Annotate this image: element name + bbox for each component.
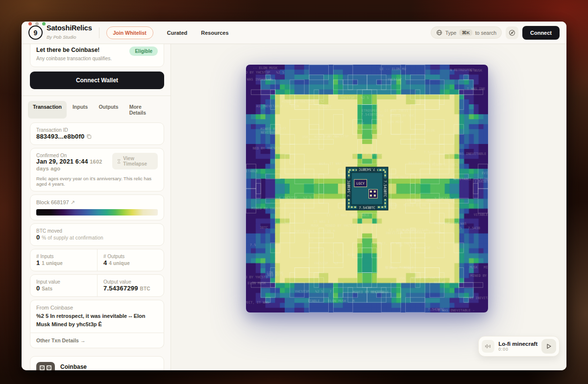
inputs-count-value: 1 1 unique xyxy=(36,259,91,266)
transaction-id-value: 883493...e8b0f0 xyxy=(36,133,158,140)
waveform-icon xyxy=(482,340,494,353)
inputs-unique: 1 unique xyxy=(42,261,63,266)
join-whitelist-button[interactable]: Join Whitelist xyxy=(106,26,153,39)
browser-window: 9 SatoshiRelics By Pob Studio Join White… xyxy=(22,22,566,370)
block-gradient-bar xyxy=(36,209,158,216)
music-player: Lo-fi minecraft 0:00 xyxy=(478,336,560,357)
inputs-count-label: # Inputs xyxy=(36,254,91,259)
tab-more-details[interactable]: More Details xyxy=(124,101,164,119)
coinbase-message: %2 5 In retrospect, it was inevitable --… xyxy=(36,312,158,328)
track-title: Lo-fi minecraft xyxy=(498,341,538,347)
app-header: 9 SatoshiRelics By Pob Studio Join White… xyxy=(22,22,566,44)
notifications-off-icon xyxy=(509,29,515,36)
copy-icon[interactable] xyxy=(86,134,92,139)
window-controls xyxy=(28,22,46,25)
from-coinbase-label: From Coinbase xyxy=(36,305,158,311)
btc-moved-unit: % of supply at confirmation xyxy=(42,235,103,240)
eligibility-card: Let there be Coinbase! Any coinbase tran… xyxy=(30,44,164,67)
brand-block[interactable]: SatoshiRelics By Pob Studio xyxy=(47,24,92,40)
notifications-off-button[interactable] xyxy=(506,26,518,39)
search-globe-icon xyxy=(436,29,442,36)
window-minimize-button[interactable] xyxy=(35,22,39,25)
eligible-badge: Eligible xyxy=(129,47,158,56)
play-button[interactable] xyxy=(541,339,556,354)
eligibility-title: Let there be Coinbase! xyxy=(36,47,112,53)
trait-coinbase[interactable]: Coinbase Coinbase transaction xyxy=(30,357,164,370)
window-close-button[interactable] xyxy=(28,22,32,25)
outputs-count-value: 4 4 unique xyxy=(103,259,158,266)
search-prefix: Type xyxy=(445,30,457,36)
detail-tabs: Transaction Inputs Outputs More Details xyxy=(28,101,164,119)
tab-inputs[interactable]: Inputs xyxy=(68,101,93,119)
confirmed-label: Confirmed On xyxy=(36,153,112,158)
transaction-id-label: Transaction ID xyxy=(36,127,158,133)
output-value: 7.54367299 BTC xyxy=(103,285,158,292)
outputs-count-label: # Outputs xyxy=(103,254,158,259)
search-suffix: to search xyxy=(475,30,496,36)
brand-logo-icon[interactable]: 9 xyxy=(28,25,43,40)
btc-moved-label: BTC moved xyxy=(36,228,158,234)
btc-moved-value: 0 % of supply at confirmation xyxy=(36,234,158,241)
nav-resources[interactable]: Resources xyxy=(201,30,228,36)
confirmed-date: Jan 29, 2021 6:44 1602 days ago xyxy=(36,158,112,172)
search-input[interactable]: Type ⌘K to search xyxy=(431,26,502,39)
relic-artwork[interactable] xyxy=(246,65,488,312)
other-txn-details-link[interactable]: Other Txn Details → xyxy=(30,333,164,348)
input-value-label: Input value xyxy=(36,279,91,285)
external-link-icon: ↗ xyxy=(71,199,75,205)
io-counts-card: # Inputs 1 1 unique # Outputs 4 4 unique xyxy=(30,249,164,271)
connect-button[interactable]: Connect xyxy=(522,26,560,40)
sidebar-divider xyxy=(22,96,171,96)
eligibility-subtitle: Any coinbase transaction qualifies. xyxy=(36,56,112,61)
block-link[interactable]: Block 668197 ↗ xyxy=(36,199,158,206)
input-value-unit: Sats xyxy=(42,286,52,291)
btc-moved-card: BTC moved 0 % of supply at confirmation xyxy=(30,223,164,246)
trait-coinbase-title: Coinbase xyxy=(60,363,109,370)
track-time: 0:00 xyxy=(498,347,538,352)
header-divider xyxy=(99,27,99,38)
view-timelapse-button[interactable]: View Timelapse xyxy=(112,153,158,169)
tab-transaction[interactable]: Transaction xyxy=(28,101,67,119)
confirmed-card: Confirmed On Jan 29, 2021 6:44 1602 days… xyxy=(30,148,164,192)
window-zoom-button[interactable] xyxy=(42,22,46,25)
nav-curated[interactable]: Curated xyxy=(167,30,188,36)
relic-canvas xyxy=(246,65,488,312)
play-icon xyxy=(546,343,552,349)
search-kbd-shortcut: ⌘K xyxy=(459,29,472,36)
output-value-unit: BTC xyxy=(140,286,150,291)
app-title: SatoshiRelics xyxy=(47,24,92,32)
main-content: Lo-fi minecraft 0:00 xyxy=(171,44,566,370)
sidebar: Let there be Coinbase! Any coinbase tran… xyxy=(22,44,171,370)
app-byline: By Pob Studio xyxy=(47,34,76,40)
transaction-id-card: Transaction ID 883493...e8b0f0 xyxy=(30,122,164,145)
connect-wallet-button[interactable]: Connect Wallet xyxy=(30,72,164,89)
traits-card: Coinbase Coinbase transaction LGCY Legac… xyxy=(30,356,164,370)
arrow-right-icon: → xyxy=(80,337,86,343)
tab-outputs[interactable]: Outputs xyxy=(94,101,123,119)
outputs-unique: 4 unique xyxy=(109,261,130,266)
coinbase-qr-icon xyxy=(36,362,55,370)
output-value-label: Output value xyxy=(103,279,158,285)
block-card: Block 668197 ↗ xyxy=(30,194,164,220)
hourglass-icon xyxy=(117,159,121,164)
io-values-card: Input value 0 Sats Output value 7.543672… xyxy=(30,274,164,297)
coinbase-message-card: From Coinbase %2 5 In retrospect, it was… xyxy=(30,300,164,333)
input-value: 0 Sats xyxy=(36,285,91,292)
relic-age-note: Relic ages every year on it's anniversar… xyxy=(36,176,158,187)
